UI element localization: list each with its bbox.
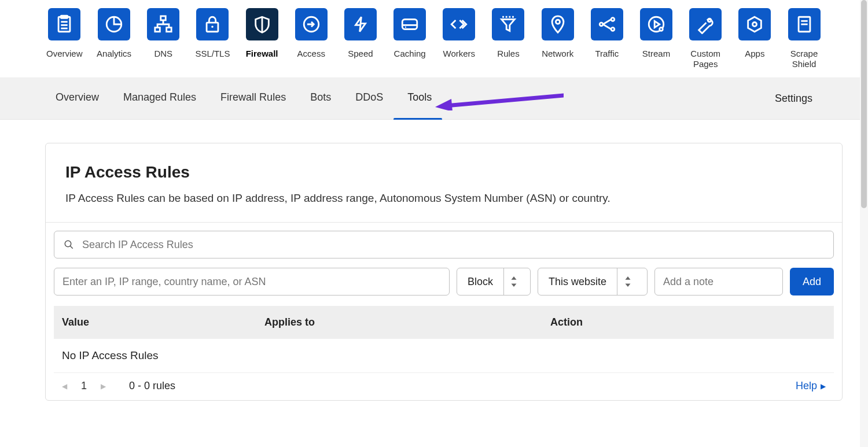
top-nav: Overview Analytics DNS SSL/TLS Firewall …: [0, 0, 868, 78]
nav-label: Overview: [46, 49, 83, 59]
nav-apps[interactable]: Apps: [737, 8, 773, 67]
create-rule-row: Block This website Add: [54, 268, 834, 295]
map-pin-icon: [542, 8, 574, 40]
sort-icon: [503, 268, 524, 295]
chevron-right-icon: ▶: [821, 382, 826, 390]
active-tab-indicator: [393, 118, 442, 120]
hexagon-icon: [738, 8, 771, 40]
code-icon: [443, 8, 475, 40]
nav-scrape-shield[interactable]: Scrape Shield: [786, 8, 822, 77]
subtab-settings[interactable]: Settings: [775, 93, 812, 105]
subtab-managed-rules[interactable]: Managed Rules: [123, 91, 196, 106]
svg-point-30: [65, 241, 71, 247]
svg-point-20: [611, 28, 615, 31]
nav-network[interactable]: Network: [540, 8, 575, 67]
subtab-firewall-rules[interactable]: Firewall Rules: [220, 91, 286, 106]
nav-access[interactable]: Access: [293, 8, 329, 67]
svg-point-22: [660, 28, 663, 31]
svg-point-17: [556, 20, 560, 24]
scope-select[interactable]: This website: [538, 268, 648, 295]
nav-analytics[interactable]: Analytics: [97, 8, 132, 67]
subtab-overview[interactable]: Overview: [56, 91, 99, 106]
nav-firewall[interactable]: Firewall: [244, 8, 279, 67]
bolt-icon: [344, 8, 377, 40]
nav-overview[interactable]: Overview: [46, 8, 83, 67]
svg-rect-7: [155, 28, 160, 32]
svg-line-31: [70, 246, 73, 249]
drive-icon: [393, 8, 426, 40]
th-action: Action: [550, 316, 826, 328]
login-icon: [295, 8, 328, 40]
pager: ◀ 1 ▶: [62, 380, 106, 392]
subtab-tools[interactable]: Tools: [407, 91, 432, 106]
lock-icon: [196, 8, 229, 40]
svg-rect-8: [167, 28, 172, 32]
th-applies: Applies to: [264, 316, 550, 328]
rules-count: 0 - 0 rules: [129, 380, 175, 392]
th-value: Value: [62, 316, 264, 328]
subtab-bots[interactable]: Bots: [310, 91, 331, 106]
table-header: Value Applies to Action: [54, 306, 834, 339]
card-title: IP Access Rules: [65, 163, 822, 182]
sort-icon: [617, 268, 638, 295]
nav-traffic[interactable]: Traffic: [589, 8, 624, 67]
pager-page: 1: [81, 380, 87, 392]
svg-point-15: [405, 27, 406, 28]
subtabs: Overview Managed Rules Firewall Rules Bo…: [56, 91, 432, 106]
funnel-icon: [492, 8, 524, 40]
firewall-subnav: Overview Managed Rules Firewall Rules Bo…: [0, 78, 868, 120]
help-link[interactable]: Help ▶: [796, 380, 826, 392]
search-row[interactable]: [54, 231, 834, 258]
scope-select-value: This website: [538, 268, 617, 295]
ip-access-rules-card: IP Access Rules IP Access Rules can be b…: [45, 143, 843, 401]
shield-icon: [246, 8, 278, 40]
pager-prev[interactable]: ◀: [62, 382, 67, 390]
svg-point-24: [753, 22, 757, 26]
nav-rules[interactable]: Rules: [491, 8, 526, 67]
annotation-arrow-icon: [435, 93, 564, 110]
svg-line-28: [446, 95, 564, 106]
nav-custom-pages[interactable]: Custom Pages: [688, 8, 723, 77]
page-content: IP Access Rules IP Access Rules can be b…: [0, 120, 868, 401]
sitemap-icon: [147, 8, 179, 40]
svg-point-18: [599, 23, 603, 26]
svg-point-19: [611, 18, 615, 21]
nav-caching[interactable]: Caching: [392, 8, 428, 67]
search-input[interactable]: [82, 239, 824, 251]
nav-workers[interactable]: Workers: [442, 8, 477, 67]
help-label: Help: [796, 380, 817, 392]
nav-speed[interactable]: Speed: [343, 8, 378, 67]
page-scrollbar[interactable]: [860, 0, 868, 447]
clipboard-icon: [48, 8, 80, 40]
card-description: IP Access Rules can be based on IP addre…: [65, 192, 822, 205]
nav-ssl[interactable]: SSL/TLS: [195, 8, 230, 67]
subtab-ddos[interactable]: DDoS: [355, 91, 383, 106]
table-empty-state: No IP Access Rules: [54, 339, 834, 372]
route-icon: [591, 8, 623, 40]
ip-input[interactable]: [54, 268, 450, 295]
wrench-icon: [689, 8, 722, 40]
search-icon: [64, 239, 74, 250]
note-input[interactable]: [654, 268, 783, 295]
action-select-value: Block: [457, 268, 503, 295]
document-icon: [788, 8, 821, 40]
card-footer: ◀ 1 ▶ 0 - 0 rules Help ▶: [54, 372, 834, 392]
nav-stream[interactable]: Stream: [638, 8, 674, 67]
action-select[interactable]: Block: [457, 268, 531, 295]
pie-chart-icon: [98, 8, 130, 40]
scrollbar-thumb[interactable]: [861, 0, 867, 208]
svg-point-10: [212, 26, 214, 28]
svg-marker-29: [435, 99, 453, 110]
nav-dns[interactable]: DNS: [146, 8, 181, 67]
play-circle-icon: [640, 8, 672, 40]
svg-rect-6: [161, 16, 166, 20]
pager-next[interactable]: ▶: [101, 382, 106, 390]
add-button[interactable]: Add: [790, 268, 834, 295]
